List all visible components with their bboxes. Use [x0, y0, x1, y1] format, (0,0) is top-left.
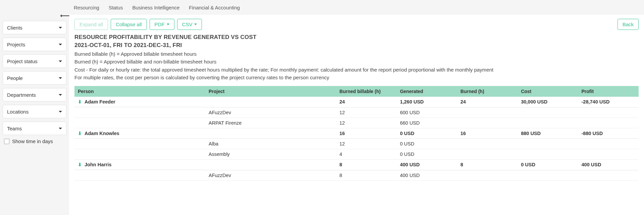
- filter-people[interactable]: People: [3, 71, 66, 85]
- table-header-row: Person Project Burned billable (h) Gener…: [74, 86, 639, 97]
- table-row: AFuzzDev8400 USD: [74, 170, 639, 180]
- cell-profit: -880 USD: [578, 128, 639, 139]
- chevron-down-icon: [59, 128, 62, 129]
- cell-generated: 0 USD: [396, 128, 457, 139]
- report-desc-line: For multiple rates, the cost per person …: [74, 74, 639, 81]
- nav-financial-accounting[interactable]: Financial & Accounting: [189, 5, 240, 10]
- filter-projects[interactable]: Projects: [3, 38, 66, 51]
- filter-label: Clients: [7, 25, 22, 31]
- filter-label: Locations: [7, 109, 29, 115]
- cell-generated: 400 USD: [396, 170, 457, 180]
- button-label: CSV: [182, 22, 193, 27]
- cell-generated: 600 USD: [396, 107, 457, 118]
- nav-status[interactable]: Status: [109, 5, 123, 10]
- sidebar: ⟵ Clients Projects Project status People…: [0, 15, 69, 215]
- col-person[interactable]: Person: [74, 86, 205, 97]
- csv-dropdown-button[interactable]: CSV: [177, 19, 202, 30]
- chevron-down-icon: [167, 24, 169, 25]
- cell-project: ARPAT Firenze: [205, 118, 336, 128]
- report-header: RESOURCE PROFITABILITY BY REVENUE GENERA…: [74, 34, 639, 81]
- cell-project: Assembly: [205, 149, 336, 160]
- cell-generated: 660 USD: [396, 118, 457, 128]
- filter-clients[interactable]: Clients: [3, 21, 66, 34]
- cell-profit: 400 USD: [578, 160, 639, 170]
- col-burned[interactable]: Burned (h): [457, 86, 518, 97]
- checkbox-label: Show time in days: [12, 138, 53, 144]
- expand-down-icon[interactable]: ⬇: [78, 131, 82, 136]
- pdf-dropdown-button[interactable]: PDF: [150, 19, 174, 30]
- filter-locations[interactable]: Locations: [3, 105, 66, 118]
- profitability-table: Person Project Burned billable (h) Gener…: [74, 86, 639, 181]
- cell-burned: 16: [457, 128, 518, 139]
- chevron-down-icon: [59, 27, 62, 29]
- collapse-all-button[interactable]: Collapse all: [111, 19, 147, 30]
- expand-down-icon[interactable]: ⬇: [78, 162, 82, 167]
- filter-label: People: [7, 75, 23, 81]
- cell-burned-billable: 12: [336, 139, 396, 149]
- table-group-row[interactable]: ⬇Adam Knowles160 USD16880 USD-880 USD: [74, 128, 639, 139]
- cell-burned-billable: 24: [336, 97, 396, 107]
- nav-resourcing[interactable]: Resourcing: [74, 5, 99, 10]
- cell-burned: 24: [457, 97, 518, 107]
- report-desc-line: Cost - For daily or hourly rate: the tot…: [74, 66, 639, 74]
- back-button[interactable]: Back: [618, 19, 639, 30]
- filter-label: Teams: [7, 126, 22, 131]
- top-nav: Resourcing Status Business Intelligence …: [0, 0, 644, 15]
- cell-cost: 0 USD: [518, 160, 578, 170]
- cell-profit: -28,740 USD: [578, 97, 639, 107]
- cell-project: Alba: [205, 139, 336, 149]
- report-desc-line: Burned billable (h) = Approved billable …: [74, 50, 639, 58]
- filter-label: Project status: [7, 58, 38, 64]
- chevron-down-icon: [59, 111, 62, 113]
- cell-burned-billable: 12: [336, 118, 396, 128]
- nav-business-intelligence[interactable]: Business Intelligence: [132, 5, 179, 10]
- button-label: PDF: [155, 22, 165, 27]
- col-generated[interactable]: Generated: [396, 86, 457, 97]
- cell-burned: 8: [457, 160, 518, 170]
- col-profit[interactable]: Profit: [578, 86, 639, 97]
- chevron-down-icon: [59, 94, 62, 96]
- cell-cost: 30,000 USD: [518, 97, 578, 107]
- table-row: ARPAT Firenze12660 USD: [74, 118, 639, 128]
- collapse-sidebar-icon[interactable]: ⟵: [60, 12, 70, 19]
- expand-all-button[interactable]: Expand all: [74, 19, 108, 30]
- report-title: RESOURCE PROFITABILITY BY REVENUE GENERA…: [74, 34, 639, 41]
- chevron-down-icon: [194, 24, 197, 25]
- cell-burned-billable: 8: [336, 170, 396, 180]
- cell-burned-billable: 4: [336, 149, 396, 160]
- cell-generated: 0 USD: [396, 149, 457, 160]
- chevron-down-icon: [59, 44, 62, 45]
- table-row: Alba120 USD: [74, 139, 639, 149]
- person-name: Adam Knowles: [85, 131, 119, 136]
- cell-burned-billable: 16: [336, 128, 396, 139]
- report-desc-line: Burned (h) = Approved billable and non-b…: [74, 58, 639, 66]
- expand-down-icon[interactable]: ⬇: [78, 99, 82, 104]
- col-project[interactable]: Project: [205, 86, 336, 97]
- checkbox-icon[interactable]: [4, 139, 9, 144]
- filter-project-status[interactable]: Project status: [3, 54, 66, 68]
- report-date-range: 2021-OCT-01, FRI TO 2021-DEC-31, FRI: [74, 42, 639, 49]
- cell-project: AFuzzDev: [205, 170, 336, 180]
- chevron-down-icon: [59, 77, 62, 79]
- cell-project: AFuzzDev: [205, 107, 336, 118]
- table-group-row[interactable]: ⬇Adam Feeder241,260 USD2430,000 USD-28,7…: [74, 97, 639, 107]
- cell-burned-billable: 8: [336, 160, 396, 170]
- person-name: Adam Feeder: [85, 99, 115, 104]
- chevron-down-icon: [59, 60, 62, 62]
- table-group-row[interactable]: ⬇John Harris8400 USD80 USD400 USD: [74, 160, 639, 170]
- col-cost[interactable]: Cost: [518, 86, 578, 97]
- filter-label: Projects: [7, 42, 25, 47]
- col-burned-billable[interactable]: Burned billable (h): [336, 86, 396, 97]
- cell-generated: 1,260 USD: [396, 97, 457, 107]
- cell-cost: 880 USD: [518, 128, 578, 139]
- table-row: Assembly40 USD: [74, 149, 639, 160]
- cell-burned-billable: 12: [336, 107, 396, 118]
- table-row: AFuzzDev12600 USD: [74, 107, 639, 118]
- main-content: Expand all Collapse all PDF CSV Back RES…: [69, 15, 644, 215]
- person-name: John Harris: [85, 162, 112, 167]
- filter-departments[interactable]: Departments: [3, 88, 66, 101]
- filter-label: Departments: [7, 92, 36, 98]
- show-time-in-days-option[interactable]: Show time in days: [3, 138, 66, 144]
- filter-teams[interactable]: Teams: [3, 122, 66, 135]
- cell-generated: 400 USD: [396, 160, 457, 170]
